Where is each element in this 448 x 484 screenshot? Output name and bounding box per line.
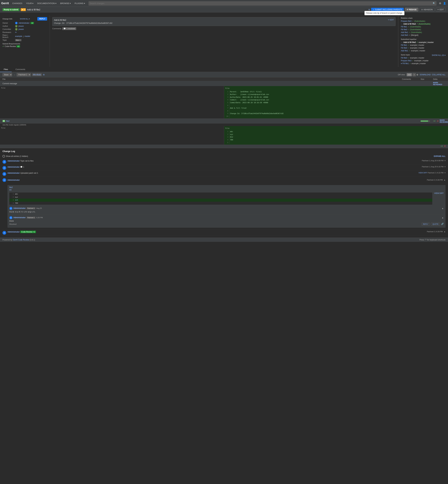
relation-link-3[interactable]: Fill file0 — [401, 28, 407, 31]
comment-collapse-0[interactable]: ▲ — [442, 207, 444, 210]
file2-diff-stats: +4 -0 — [0, 145, 448, 148]
committer-link[interactable]: jinwon — [18, 28, 24, 30]
st-link-3[interactable]: Add file1 — [401, 50, 408, 52]
tab-comments[interactable]: Comments — [12, 67, 29, 72]
comment-link-icon[interactable]: 🔗 — [441, 223, 444, 226]
view-diff-link-2[interactable]: VIEW DIFF — [418, 172, 427, 174]
branch-link[interactable]: master — [24, 35, 30, 37]
center-panel: Add & fill file2 Change-Id: If186cd75ab2… — [50, 15, 398, 67]
file2-diff-left-label: File — [1, 127, 6, 129]
top-navigation: Gerrit CHANGES YOUR ▾ DOCUMENTATION ▾ BR… — [0, 0, 448, 7]
reply-button[interactable]: REPLY — [37, 17, 47, 21]
expand-all-button[interactable]: EXPAND ALL — [434, 155, 446, 157]
relation-link-4[interactable]: Add file1 — [401, 31, 408, 33]
log-user-1[interactable]: Administrator — [8, 166, 20, 168]
comments-col-header: Comments — [402, 78, 421, 80]
star-count-badge[interactable]: ★ 5 — [21, 8, 26, 11]
log-expand-3[interactable]: ▲ — [444, 179, 446, 181]
settings-button[interactable]: ⚙ — [438, 1, 442, 5]
nav-changes[interactable]: CHANGES — [11, 1, 24, 5]
tab-files[interactable]: Files — [0, 67, 12, 72]
log-expand-0[interactable]: ▾ — [445, 160, 446, 161]
side-by-side-view-button[interactable]: ⊟⊟ — [407, 73, 412, 76]
log-user-0[interactable]: Administrator — [8, 160, 20, 162]
file2-link[interactable]: file2 — [6, 120, 9, 122]
comment-quote-button[interactable]: QUOTE — [431, 223, 440, 226]
download-button[interactable]: DOWNLOAD — [420, 74, 431, 76]
relation-link-5[interactable]: Add file0 — [401, 34, 408, 36]
log-user-2[interactable]: Administrator — [8, 172, 20, 174]
relation-link-1[interactable]: Add & fill file2 — [403, 23, 416, 25]
reviewers-row: Reviewers ✏ — [2, 31, 47, 33]
st-check-1: ✓ — [408, 44, 409, 46]
resolved-comments-badge[interactable]: 💬 1 resolved — [62, 27, 76, 30]
comment-view-diff-link[interactable]: VIEW DIFF — [434, 192, 444, 194]
edit-button[interactable]: ✏ EDIT — [436, 8, 446, 11]
st-link-1[interactable]: Fill file1 — [401, 44, 407, 46]
file2-row: A file2 +4 -0 MARK REVIEWED ▲ new file m… — [0, 119, 448, 148]
show-all-button[interactable]: SHOW ALL ▾ — [20, 18, 30, 20]
st0-link[interactable]: Fill file0 — [401, 57, 407, 59]
st-link-0[interactable]: Add & fill file2 — [403, 41, 416, 43]
commit-edit-link[interactable]: ✏ EDIT — [388, 19, 394, 21]
nav-your[interactable]: YOUR ▾ — [24, 1, 35, 5]
comment-header-1: A Administrator Patchset 1 6:26 PM ▲ — [9, 216, 444, 219]
comment-item-0: A Administrator Patchset 1 Aug 25 ▲ 012로… — [9, 206, 444, 215]
comment-file-link[interactable]: file2 — [9, 186, 444, 188]
diff-settings-button[interactable]: ⚙ — [416, 73, 418, 76]
relation-item-5: Add file0 ✓ (Merged) — [401, 34, 446, 36]
req-label: Code-Review — [5, 45, 16, 48]
comment-footer-1: Resolved REPLY QUOTE 🔗 — [9, 223, 444, 226]
log-meta-cr: Patchset 2 | 6:26 PM ▲ — [427, 231, 446, 233]
log-expand-cr[interactable]: ▲ — [444, 231, 446, 233]
repo-link[interactable]: example — [15, 35, 22, 37]
relation-chain-panel: Relation chain Prepare file3 ✓ (Submitta… — [398, 15, 448, 67]
relation-link-2[interactable]: Fill file1 — [401, 26, 407, 28]
search-input[interactable] — [90, 2, 433, 5]
gerrit-link[interactable]: Gerrit Code Review — [13, 239, 29, 241]
log-avatar-1: A — [2, 166, 6, 170]
nav-browse[interactable]: BROWSE ▾ — [59, 1, 72, 5]
rebase-button[interactable]: ↺ REBASE — [405, 8, 418, 11]
file2-mark-reviewed[interactable]: MARK REVIEWED — [440, 119, 448, 123]
patchset-select[interactable]: Patchset 2 — [17, 73, 31, 76]
nav-plugins[interactable]: PLUGINS ▾ — [73, 1, 87, 5]
copy-hash-icon[interactable]: ⧉ — [43, 73, 45, 76]
submit-requirements-section: Submit Requirements ✔ Code-Review +2 — [2, 43, 47, 48]
commit-message-mark-reviewed[interactable]: MARK REVIEWED — [433, 82, 446, 85]
copy-title-icon[interactable]: ⧉ — [368, 8, 370, 11]
comment-author-0[interactable]: Administrator — [13, 207, 26, 209]
reviewers-edit-icon[interactable]: ✏ — [15, 31, 17, 33]
comment-reply-button[interactable]: REPLY — [422, 223, 430, 226]
st2-link[interactable]: Fill file1 — [402, 62, 409, 65]
show-all-entries-button[interactable]: Show all entries (1 hidden) — [2, 155, 28, 158]
file2-delta-add-bar — [421, 121, 428, 122]
change-info-panel: Change Info SHOW ALL ▾ REPLY Owner A Adm… — [0, 15, 50, 67]
account-button[interactable]: 👤 — [442, 1, 447, 5]
relation-status-5: ✓ (Merged) — [409, 34, 418, 36]
log-expand-2[interactable]: ▾ — [445, 172, 446, 174]
relation-link-0[interactable]: Prepare file3 — [401, 20, 411, 22]
same-topic-show-all[interactable]: SHOW ALL (4) ▾ — [432, 54, 446, 56]
owner-link[interactable]: Administrator — [18, 22, 30, 24]
abandon-button[interactable]: ⊘ ABANDON — [420, 8, 434, 11]
base-select[interactable]: Base — [2, 73, 12, 76]
st1-link[interactable]: Prepare file3 — [401, 60, 411, 62]
st-link-2[interactable]: Fill file0 — [401, 47, 407, 49]
comment-author-1[interactable]: Administrator — [13, 217, 26, 219]
collapse-all-button[interactable]: COLLAPSE ALL — [432, 74, 446, 76]
comment-collapse-1[interactable]: ▲ — [442, 217, 444, 219]
comment-line-ref[interactable]: #3 — [9, 189, 444, 191]
log-expand-1[interactable]: ▾ — [445, 166, 446, 168]
unified-view-button[interactable]: ≡ — [413, 73, 416, 76]
topic-remove-icon[interactable]: × — [20, 39, 21, 41]
nav-docs[interactable]: DOCUMENTATION ▾ — [36, 1, 58, 5]
footer-right: Press '?' for keyboard shortcuts — [420, 239, 446, 241]
st-check-3: ✓ — [409, 50, 410, 52]
comment-icon: 💬 — [64, 28, 66, 30]
log-user-cr[interactable]: Administrator — [8, 231, 20, 233]
log-user-3[interactable]: Administrator — [8, 179, 20, 181]
log-body-2: Administrator Uploaded patch set 2. — [8, 172, 417, 174]
log-avatar-0: A — [2, 160, 6, 164]
author-link[interactable]: jinwon — [18, 25, 24, 27]
